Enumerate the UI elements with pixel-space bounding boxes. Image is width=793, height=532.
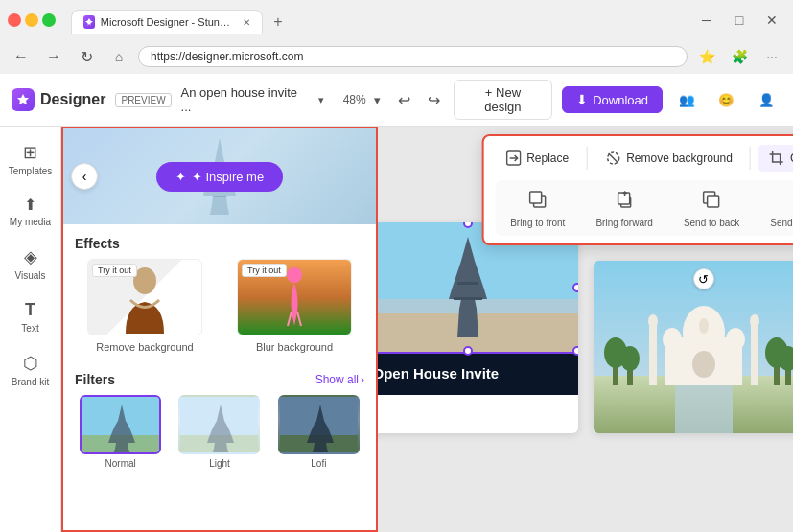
try-it-badge-blur: Try it out [242,264,287,277]
refresh-button[interactable]: ↻ [73,43,100,70]
handle-bottom-mid[interactable] [463,346,473,356]
profile-button[interactable]: 👤 [752,84,781,115]
address-input[interactable] [138,46,688,67]
card-text-area: Open House Invite [378,352,578,395]
canvas-area: Replace Remove background Cr [378,127,793,532]
remove-background-button[interactable]: Remove background [595,145,742,172]
app-logo: Designer [12,88,105,111]
sidebar-item-brand-kit[interactable]: ⬡ Brand kit [3,345,58,395]
tab-favicon [83,15,95,29]
new-design-button[interactable]: + New design [454,80,553,120]
filters-header: Filters Show all › [63,364,376,395]
design-card-1[interactable]: ↺ [378,222,578,433]
show-all-label: Show all [315,373,359,386]
main-content: ⊞ Templates ⬆ My media ◈ Visuals T Text … [0,127,793,532]
tab-bar: Microsoft Designer - Stunning d... ✕ + [63,6,686,34]
nav-arrow-left[interactable]: ‹ [71,163,98,190]
filter-normal-label: Normal [105,458,136,469]
svg-point-48 [620,346,640,371]
crop-button[interactable]: Crop [758,145,793,172]
effect-blur-bg-label: Blur background [256,341,333,353]
filter-normal[interactable]: Normal [75,395,166,469]
sidebar-item-my-media[interactable]: ⬆ My media [3,188,58,235]
svg-line-4 [288,312,292,326]
share-button[interactable]: 👥 [672,84,702,115]
minimize-window-button[interactable] [25,13,38,27]
maximize-window-button[interactable] [42,13,56,27]
effect-remove-bg-label: Remove background [96,341,194,353]
effect-remove-bg-thumb: Try it out [87,259,202,335]
brand-kit-icon: ⬡ [23,353,38,374]
send-to-back-icon [700,188,723,214]
remove-background-label: Remove background [626,151,733,165]
inspire-me-button[interactable]: ✦ ✦ Inspire me [156,162,283,192]
templates-icon: ⊞ [23,142,37,163]
toolbar-row-2: Bring to front Bring forward Send to bac… [495,180,793,236]
handle-right-mid[interactable] [572,283,578,292]
bring-forward-label: Bring forward [595,218,652,228]
back-button[interactable]: ← [8,43,35,70]
my-media-icon: ⬆ [24,196,36,214]
toolbar-popup: Replace Remove background Cr [481,134,793,245]
tab-close-icon[interactable]: ✕ [243,17,250,28]
send-backward-label: Send backward [770,218,793,228]
window-controls [8,13,56,27]
filter-light-thumb[interactable] [178,395,260,454]
rotate-handle-2[interactable]: ↺ [693,268,714,289]
close-btn[interactable]: ✕ [758,7,785,34]
show-all-button[interactable]: Show all › [315,373,364,386]
reactions-button[interactable]: 😊 [711,84,741,115]
sidebar-item-text[interactable]: T Text [3,292,58,341]
filter-light[interactable]: Light [174,395,265,469]
svg-point-38 [663,328,682,351]
filters-section: Filters Show all › [63,364,376,480]
new-tab-button[interactable]: + [267,11,290,34]
design-card-2[interactable]: ↺ [594,261,794,433]
svg-rect-20 [618,193,629,204]
settings-button[interactable]: ··· [758,43,785,70]
filter-lofi-thumb[interactable] [278,395,360,454]
sidebar: ⊞ Templates ⬆ My media ◈ Visuals T Text … [0,127,61,532]
filter-normal-thumb[interactable] [80,395,161,454]
undo-button[interactable]: ↩ [394,89,414,111]
minimize-btn[interactable]: ─ [693,7,720,34]
home-button[interactable]: ⌂ [105,43,132,70]
forward-button[interactable]: → [40,43,67,70]
filter-lofi-label: Lofi [311,458,326,469]
sidebar-item-templates[interactable]: ⊞ Templates [3,134,58,184]
svg-point-37 [699,318,709,334]
try-it-badge-remove: Try it out [92,264,137,277]
svg-point-39 [726,328,745,351]
preview-badge: PREVIEW [115,93,171,107]
text-icon: T [25,300,35,320]
close-window-button[interactable] [8,13,21,27]
design-name-chevron[interactable]: ▾ [318,94,324,106]
send-to-back-button[interactable]: Send to back [676,184,747,232]
filter-lofi[interactable]: Lofi [273,395,364,469]
extensions-button[interactable]: 🧩 [726,43,753,70]
download-icon: ⬇ [576,92,588,107]
download-button[interactable]: ⬇ Download [562,86,663,113]
redo-button[interactable]: ↪ [424,89,444,111]
svg-point-41 [648,314,658,328]
bring-to-front-icon [526,188,549,214]
favorites-button[interactable]: ⭐ [693,43,720,70]
design-name[interactable]: An open house invite ... [181,85,309,114]
svg-rect-22 [708,196,719,207]
zoom-dropdown-button[interactable]: ▾ [370,91,385,109]
restore-btn[interactable]: □ [726,7,753,34]
send-to-back-label: Send to back [684,218,739,228]
chevron-right-icon: › [361,373,364,386]
send-backward-button[interactable]: Send backward [762,184,793,232]
canvas-content: ↺ [378,222,793,433]
active-tab[interactable]: Microsoft Designer - Stunning d... ✕ [71,10,263,34]
sidebar-item-visuals[interactable]: ◈ Visuals [3,239,58,289]
replace-button[interactable]: Replace [495,145,578,172]
effects-title: Effects [63,224,376,259]
app: Microsoft Designer - Stunning d... ✕ + ─… [0,0,793,532]
effect-blur-bg: Try it out Blur back [224,259,364,353]
address-bar: ← → ↻ ⌂ ⭐ 🧩 ··· [0,39,793,74]
bring-to-front-button[interactable]: Bring to front [502,184,572,232]
remove-background-icon [604,150,621,167]
bring-forward-button[interactable]: Bring forward [588,184,660,232]
